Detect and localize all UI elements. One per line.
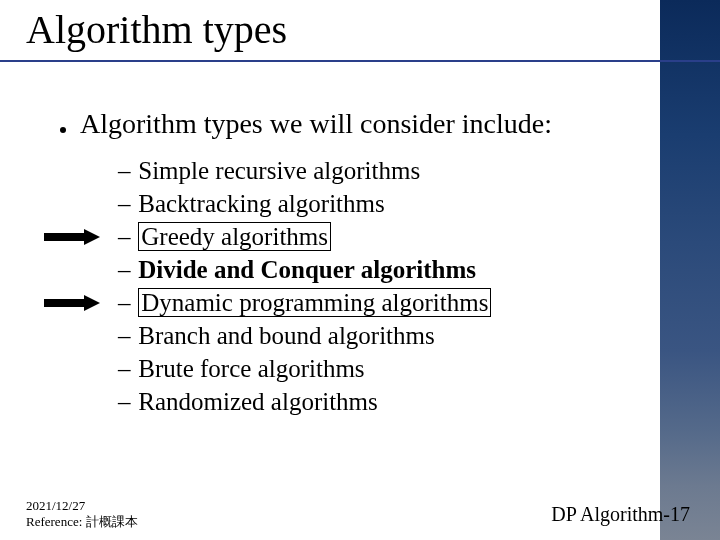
title-underline bbox=[0, 60, 720, 62]
footer-reference: Reference: 計概課本 bbox=[26, 514, 138, 530]
sublist: – Simple recursive algorithms– Backtrack… bbox=[118, 154, 680, 418]
bullet-text: Algorithm types we will consider include… bbox=[80, 108, 552, 140]
page-number: DP Algorithm-17 bbox=[551, 503, 690, 526]
sublist-item-text: Greedy algorithms bbox=[138, 222, 331, 251]
sublist-item-text: Branch and bound algorithms bbox=[138, 322, 434, 349]
sublist-item-text: Brute force algorithms bbox=[138, 355, 364, 382]
sublist-item: – Randomized algorithms bbox=[118, 385, 680, 418]
dash-icon: – bbox=[118, 220, 132, 253]
sublist-item: – Dynamic programming algorithms bbox=[118, 286, 680, 319]
bullet-dot-icon bbox=[60, 127, 66, 133]
sublist-item-text: Dynamic programming algorithms bbox=[138, 288, 491, 317]
sublist-item: – Simple recursive algorithms bbox=[118, 154, 680, 187]
sublist-item-text: Divide and Conquer algorithms bbox=[138, 256, 476, 283]
sublist-item-text: Randomized algorithms bbox=[138, 388, 378, 415]
dash-icon: – bbox=[118, 286, 132, 319]
sublist-item: – Branch and bound algorithms bbox=[118, 319, 680, 352]
arrow-right-icon bbox=[44, 229, 102, 245]
sublist-item: – Brute force algorithms bbox=[118, 352, 680, 385]
sublist-item-text: Simple recursive algorithms bbox=[138, 157, 420, 184]
dash-icon: – bbox=[118, 187, 132, 220]
dash-icon: – bbox=[118, 154, 132, 187]
footer: 2021/12/27 Reference: 計概課本 bbox=[26, 498, 138, 531]
sublist-item: – Backtracking algorithms bbox=[118, 187, 680, 220]
sublist-item-text: Backtracking algorithms bbox=[138, 190, 384, 217]
dash-icon: – bbox=[118, 319, 132, 352]
dash-icon: – bbox=[118, 385, 132, 418]
sublist-item: – Greedy algorithms bbox=[118, 220, 680, 253]
slide-body: Algorithm types we will consider include… bbox=[60, 108, 680, 418]
sublist-item: – Divide and Conquer algorithms bbox=[118, 253, 680, 286]
slide-title: Algorithm types bbox=[26, 6, 287, 53]
footer-date: 2021/12/27 bbox=[26, 498, 138, 514]
dash-icon: – bbox=[118, 253, 132, 286]
bullet-level1: Algorithm types we will consider include… bbox=[60, 108, 680, 140]
dash-icon: – bbox=[118, 352, 132, 385]
arrow-right-icon bbox=[44, 295, 102, 311]
